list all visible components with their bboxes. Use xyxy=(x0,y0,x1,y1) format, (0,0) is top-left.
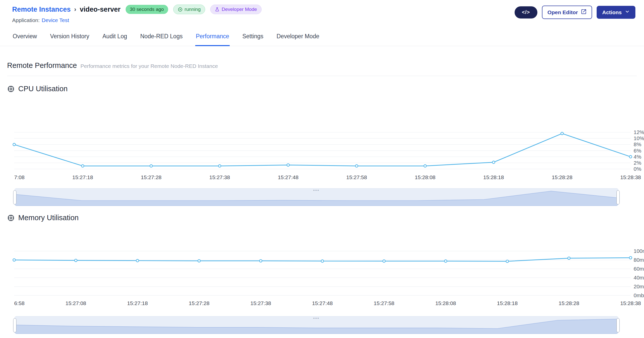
tab-audit-log[interactable]: Audit Log xyxy=(102,29,128,46)
page-header: Remote Instances › video-server 30 secon… xyxy=(0,0,644,23)
developer-mode-badge: Developer Mode xyxy=(210,5,261,14)
svg-text:7:08: 7:08 xyxy=(14,174,25,180)
page-subtitle: Performance metrics for your Remote Node… xyxy=(81,63,218,69)
cpu-brush-grip[interactable]: ••• xyxy=(313,189,320,192)
cpu-brush-handle-right[interactable] xyxy=(616,190,620,204)
svg-text:15:28:28: 15:28:28 xyxy=(552,174,573,180)
svg-text:15:27:58: 15:27:58 xyxy=(374,300,395,306)
svg-text:15:27:28: 15:27:28 xyxy=(189,300,209,306)
header-actions: </> Open Editor Actions xyxy=(515,5,635,19)
svg-text:15:28:28: 15:28:28 xyxy=(559,300,579,306)
cpu-brush[interactable]: ••• xyxy=(14,188,618,206)
memory-brush-handle-left[interactable] xyxy=(13,318,16,332)
cpu-section-label: CPU Utilisation xyxy=(18,85,68,93)
memory-section-label: Memory Utilisation xyxy=(18,214,79,222)
last-seen-badge: 30 seconds ago xyxy=(126,5,168,14)
breadcrumb-separator: › xyxy=(74,6,77,13)
svg-text:15:27:18: 15:27:18 xyxy=(72,174,93,180)
svg-text:20mb: 20mb xyxy=(634,284,644,289)
external-link-icon xyxy=(581,9,587,16)
cpu-chart: 0%2%4%6%8%10%12%7:0815:27:1815:27:2815:2… xyxy=(7,93,644,182)
svg-text:100mb: 100mb xyxy=(634,248,644,254)
svg-text:2%: 2% xyxy=(634,160,641,166)
svg-text:0%: 0% xyxy=(634,166,641,172)
tab-overview[interactable]: Overview xyxy=(12,29,37,46)
svg-text:15:27:08: 15:27:08 xyxy=(66,300,86,306)
breadcrumb-remote-instances[interactable]: Remote Instances xyxy=(12,6,71,13)
actions-label: Actions xyxy=(602,9,622,15)
svg-text:40mb: 40mb xyxy=(634,275,644,280)
svg-text:15:28:18: 15:28:18 xyxy=(497,300,518,306)
breadcrumb: Remote Instances › video-server 30 secon… xyxy=(12,5,262,14)
breadcrumb-instance-name: video-server xyxy=(80,6,121,13)
last-seen-label: 30 seconds ago xyxy=(130,7,164,12)
svg-text:15:28:18: 15:28:18 xyxy=(483,174,504,180)
main-content: Remote Performance Performance metrics f… xyxy=(0,61,644,334)
cpu-brush-handle-left[interactable] xyxy=(13,190,16,204)
svg-text:6%: 6% xyxy=(634,148,641,154)
open-editor-label: Open Editor xyxy=(548,9,578,15)
tab-settings[interactable]: Settings xyxy=(242,29,264,46)
svg-text:15:27:38: 15:27:38 xyxy=(250,300,271,306)
svg-text:60mb: 60mb xyxy=(634,266,644,272)
chevron-down-icon xyxy=(625,9,630,15)
flask-icon xyxy=(215,7,220,12)
svg-text:15:28:08: 15:28:08 xyxy=(435,300,456,306)
svg-text:15:27:48: 15:27:48 xyxy=(312,300,333,306)
header-left: Remote Instances › video-server 30 secon… xyxy=(12,5,262,23)
memory-brush-handle-right[interactable] xyxy=(616,318,620,332)
tab-node-red-logs[interactable]: Node-RED Logs xyxy=(140,29,183,46)
svg-text:15:27:18: 15:27:18 xyxy=(127,300,148,306)
page-heading: Remote Performance Performance metrics f… xyxy=(7,61,637,76)
svg-text:15:27:58: 15:27:58 xyxy=(346,174,367,180)
memory-brush[interactable]: ••• xyxy=(14,316,618,334)
cpu-chip-icon xyxy=(7,85,15,93)
svg-text:6:58: 6:58 xyxy=(14,300,25,306)
svg-text:15:27:28: 15:27:28 xyxy=(141,174,162,180)
svg-text:80mb: 80mb xyxy=(634,257,644,263)
svg-text:15:27:38: 15:27:38 xyxy=(209,174,230,180)
svg-text:8%: 8% xyxy=(634,141,641,147)
svg-text:15:28:08: 15:28:08 xyxy=(415,174,436,180)
svg-text:15:28:38: 15:28:38 xyxy=(620,300,641,306)
tab-bar: Overview Version History Audit Log Node-… xyxy=(0,29,644,46)
tab-performance[interactable]: Performance xyxy=(195,29,230,46)
page-title: Remote Performance xyxy=(7,61,77,70)
actions-button[interactable]: Actions xyxy=(597,6,635,19)
editor-toggle-pill[interactable]: </> xyxy=(515,6,537,18)
application-link[interactable]: Device Test xyxy=(42,17,69,23)
application-row: Application:Device Test xyxy=(12,17,262,23)
play-circle-icon xyxy=(178,7,183,12)
code-icon: </> xyxy=(522,9,530,15)
svg-text:0mb: 0mb xyxy=(634,292,644,298)
developer-mode-label: Developer Mode xyxy=(222,7,257,12)
application-label: Application: xyxy=(12,17,40,23)
svg-text:4%: 4% xyxy=(634,154,641,160)
status-badge: running xyxy=(173,5,205,14)
tab-developer-mode[interactable]: Developer Mode xyxy=(276,29,320,46)
svg-text:15:28:38: 15:28:38 xyxy=(620,174,641,180)
svg-text:15:27:48: 15:27:48 xyxy=(278,174,299,180)
open-editor-button[interactable]: Open Editor xyxy=(542,6,592,19)
svg-text:10%: 10% xyxy=(634,135,644,141)
memory-chart: 0mb20mb40mb60mb80mb100mb6:5815:27:0815:2… xyxy=(7,222,644,306)
status-label: running xyxy=(185,7,201,12)
memory-section-title: Memory Utilisation xyxy=(7,214,637,222)
memory-chip-icon xyxy=(7,214,15,222)
tab-version-history[interactable]: Version History xyxy=(50,29,90,46)
svg-text:12%: 12% xyxy=(634,129,644,135)
cpu-section-title: CPU Utilisation xyxy=(7,85,637,93)
memory-brush-grip[interactable]: ••• xyxy=(313,316,320,320)
